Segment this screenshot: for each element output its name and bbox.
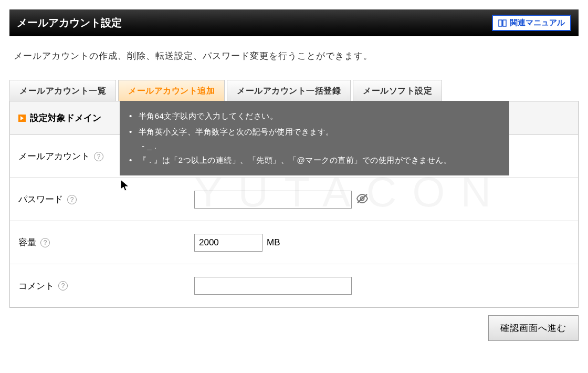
tooltip-line: 半角64文字以内で入力してください。: [127, 108, 497, 124]
page-description: メールアカウントの作成、削除、転送設定、パスワード変更を行うことができます。: [14, 50, 574, 62]
password-input[interactable]: [194, 191, 352, 209]
manual-button-label: 関連マニュアル: [510, 18, 565, 28]
help-icon[interactable]: ?: [40, 238, 50, 247]
tab-mail-soft[interactable]: メールソフト設定: [353, 80, 442, 101]
tooltip-note: 『 . 』は「2つ以上の連続」、「先頭」、「@マークの直前」での使用ができません…: [127, 152, 497, 168]
capacity-input[interactable]: [194, 234, 262, 252]
tabs: メールアカウント一覧 メールアカウント追加 メールアカウント一括登録 メールソフ…: [9, 80, 579, 101]
cursor-icon: [120, 179, 130, 194]
row-comment: コメント ?: [10, 264, 578, 307]
help-icon[interactable]: ?: [58, 281, 68, 291]
section-marker-icon: [18, 115, 26, 122]
capacity-label: 容量: [18, 236, 36, 248]
row-capacity: 容量 ? MB: [10, 221, 578, 264]
tab-account-list[interactable]: メールアカウント一覧: [9, 80, 116, 101]
password-label: パスワード: [18, 193, 63, 205]
capacity-unit: MB: [267, 237, 280, 248]
footer: 確認画面へ進む: [9, 315, 579, 341]
help-icon[interactable]: ?: [94, 152, 103, 161]
tab-account-add[interactable]: メールアカウント追加: [118, 80, 225, 101]
book-icon: [498, 19, 507, 27]
comment-input[interactable]: [194, 277, 352, 295]
row-password: パスワード ?: [10, 178, 578, 221]
comment-label: コメント: [18, 280, 54, 292]
tooltip: 半角64文字以内で入力してください。 半角英小文字、半角数字と次の記号が使用でき…: [120, 101, 509, 175]
domain-section-label: 設定対象ドメイン: [30, 112, 101, 124]
header-bar: メールアカウント設定 関連マニュアル: [9, 9, 579, 36]
manual-button[interactable]: 関連マニュアル: [492, 15, 571, 31]
eye-off-icon[interactable]: [356, 193, 369, 206]
tooltip-symbols: - _ .: [127, 140, 497, 152]
page-title: メールアカウント設定: [17, 16, 122, 30]
tooltip-line: 半角英小文字、半角数字と次の記号が使用できます。: [127, 124, 497, 140]
tab-account-bulk[interactable]: メールアカウント一括登録: [227, 80, 351, 101]
help-icon[interactable]: ?: [67, 195, 77, 204]
submit-button[interactable]: 確認画面へ進む: [488, 315, 579, 341]
account-label: メールアカウント: [18, 150, 90, 162]
